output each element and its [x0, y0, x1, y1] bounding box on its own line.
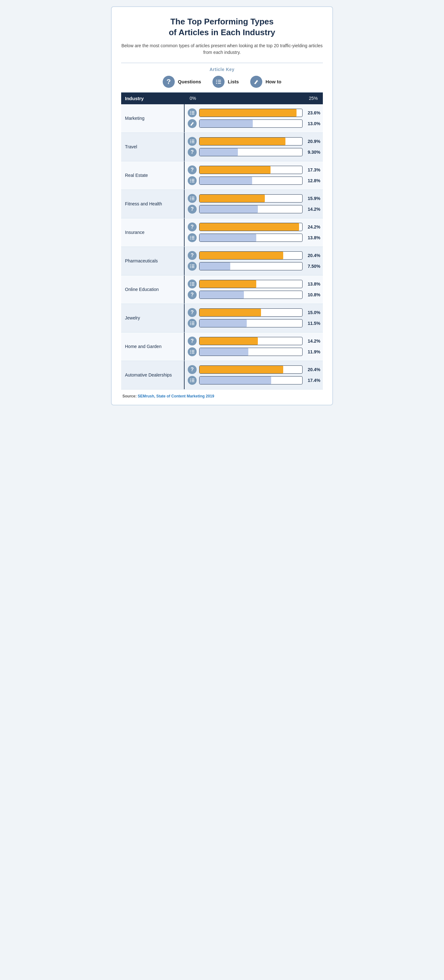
- bar-row: 11.5%: [188, 319, 320, 328]
- bar-track: [199, 119, 303, 128]
- questions-icon: ?: [188, 365, 196, 374]
- svg-rect-5: [218, 83, 221, 84]
- bar-row: ?10.8%: [188, 290, 320, 299]
- bar-fill: [200, 195, 265, 202]
- bar-row: ?14.2%: [188, 205, 320, 214]
- bar-track: [199, 205, 303, 213]
- bar-fill: [200, 109, 297, 117]
- main-card: The Top Performing Types of Articles in …: [111, 6, 333, 406]
- bar-row: 13.8%: [188, 233, 320, 242]
- svg-rect-27: [192, 198, 195, 199]
- svg-rect-3: [218, 81, 221, 82]
- bar-row: 17.4%: [188, 376, 320, 385]
- table-row: Home and Garden?14.2%11.9%: [121, 332, 323, 361]
- legend-item-lists: Lists: [212, 76, 239, 88]
- table-row: Automative Dealerships?20.4%17.4%: [121, 361, 323, 390]
- questions-icon: ?: [188, 337, 196, 345]
- industry-name: Travel: [121, 133, 185, 161]
- svg-rect-44: [190, 284, 191, 284]
- bar-row: ?24.2%: [188, 223, 320, 231]
- svg-rect-56: [190, 352, 191, 352]
- main-title: The Top Performing Types of Articles in …: [121, 16, 323, 38]
- bar-row: ?20.4%: [188, 365, 320, 374]
- svg-rect-6: [190, 111, 191, 112]
- bar-percentage: 20.4%: [305, 253, 320, 258]
- bar-row: 7.50%: [188, 262, 320, 270]
- questions-icon: ?: [188, 148, 196, 157]
- svg-rect-0: [216, 80, 217, 81]
- bar-track: [199, 337, 303, 345]
- bar-track: [199, 309, 303, 317]
- bar-track: [199, 280, 303, 288]
- lists-icon: [188, 176, 196, 185]
- svg-rect-45: [192, 284, 195, 284]
- svg-rect-47: [192, 285, 195, 286]
- questions-icon: ?: [188, 308, 196, 317]
- table-row: Fitness and Health15.9%?14.2%: [121, 190, 323, 218]
- table-header: Industry 0% 25%: [121, 92, 323, 104]
- svg-rect-20: [190, 180, 191, 181]
- bar-percentage: 14.2%: [305, 339, 320, 344]
- svg-rect-13: [192, 140, 195, 140]
- svg-rect-46: [190, 285, 191, 286]
- bar-fill: [200, 138, 286, 145]
- lists-icon: [188, 319, 196, 328]
- legend-section: Article Key ? Questions Lists: [121, 63, 323, 92]
- lists-icon: [188, 233, 196, 242]
- questions-icon: ?: [188, 251, 196, 260]
- svg-rect-29: [192, 200, 195, 200]
- svg-rect-39: [192, 266, 195, 267]
- svg-rect-30: [190, 236, 191, 237]
- industry-name: Real Estate: [121, 161, 185, 189]
- subtitle: Below are the most common types of artic…: [121, 43, 323, 56]
- svg-rect-52: [190, 325, 191, 325]
- bar-percentage: 24.2%: [305, 224, 320, 229]
- table-row: Online Education13.8%?10.8%: [121, 275, 323, 304]
- legend-item-howto: How to: [250, 76, 281, 88]
- bar-percentage: 13.8%: [305, 282, 320, 286]
- bar-row: ?15.0%: [188, 308, 320, 317]
- svg-rect-26: [190, 198, 191, 199]
- bar-group: ?15.0%11.5%: [185, 305, 323, 330]
- bar-group: 13.8%?10.8%: [185, 277, 323, 302]
- questions-icon: ?: [163, 76, 175, 88]
- bar-percentage: 15.0%: [305, 310, 320, 315]
- svg-rect-32: [190, 237, 191, 238]
- questions-icon: ?: [188, 165, 196, 174]
- legend-title: Article Key: [121, 67, 323, 72]
- data-table: Industry 0% 25% Marketing23.6%13.0%Trave…: [121, 92, 323, 390]
- bar-row: 15.9%: [188, 194, 320, 203]
- bar-group: 15.9%?14.2%: [185, 191, 323, 216]
- bar-percentage: 10.8%: [305, 292, 320, 297]
- bar-percentage: 12.8%: [305, 178, 320, 183]
- bar-fill: [200, 166, 270, 174]
- bar-group: 20.9%?9.30%: [185, 134, 323, 159]
- table-row: Insurance?24.2%13.8%: [121, 218, 323, 247]
- bar-group: ?14.2%11.9%: [185, 334, 323, 359]
- svg-rect-35: [192, 239, 195, 240]
- svg-rect-41: [192, 267, 195, 268]
- bar-percentage: 13.0%: [305, 121, 320, 126]
- bar-track: [199, 319, 303, 328]
- bar-track: [199, 348, 303, 356]
- bar-row: ?9.30%: [188, 148, 320, 157]
- bar-percentage: 23.6%: [305, 110, 320, 115]
- lists-icon: [188, 108, 196, 117]
- svg-rect-40: [190, 267, 191, 268]
- lists-icon: [188, 280, 196, 288]
- bar-fill: [200, 234, 256, 242]
- bar-row: ?14.2%: [188, 337, 320, 345]
- bar-track: [199, 148, 303, 156]
- bar-percentage: 7.50%: [305, 264, 320, 269]
- bar-track: [199, 177, 303, 185]
- bar-percentage: 20.4%: [305, 367, 320, 372]
- scale-start: 0%: [190, 96, 196, 101]
- lists-icon: [188, 194, 196, 203]
- bar-track: [199, 262, 303, 270]
- svg-rect-49: [192, 322, 195, 322]
- bar-percentage: 17.4%: [305, 378, 320, 383]
- bar-fill: [200, 223, 299, 231]
- table-row: Pharmaceuticals?20.4%7.50%: [121, 247, 323, 275]
- table-row: Real Estate?17.3%12.8%: [121, 161, 323, 190]
- svg-rect-28: [190, 200, 191, 200]
